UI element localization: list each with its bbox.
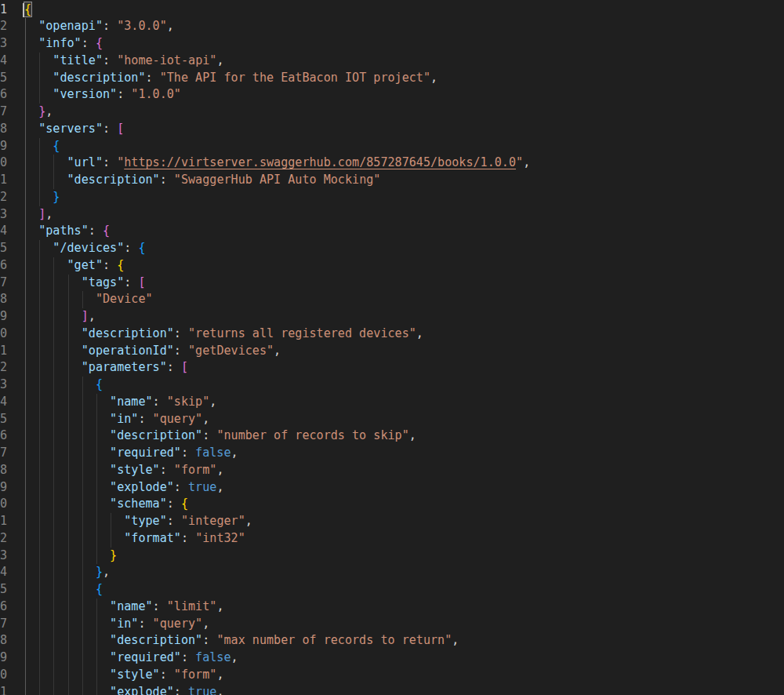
token-ws bbox=[24, 36, 38, 50]
line-number: 7 bbox=[0, 104, 7, 121]
code-line[interactable]: 14 "paths": { bbox=[0, 223, 784, 240]
code-line[interactable]: 28 "style": "form", bbox=[0, 462, 784, 479]
code-line[interactable]: 8 "servers": [ bbox=[0, 121, 784, 138]
indent-guide bbox=[82, 445, 83, 462]
code-line[interactable]: 3 "info": { bbox=[0, 35, 784, 53]
indent-guide bbox=[39, 496, 40, 513]
token-b2: [ bbox=[138, 275, 145, 289]
code-line[interactable]: 40 "style": "form", bbox=[0, 667, 784, 684]
code-line[interactable]: 6 "version": "1.0.0" bbox=[0, 86, 784, 104]
token-key: "in" bbox=[110, 412, 138, 426]
indent-guide bbox=[53, 359, 54, 377]
code-line[interactable]: 31 "type": "integer", bbox=[0, 513, 784, 530]
token-key: "required" bbox=[110, 446, 181, 460]
token-ws bbox=[24, 139, 53, 153]
link-text[interactable]: https://virtserver.swaggerhub.com/857287… bbox=[124, 155, 516, 169]
code-line[interactable]: 18 "Device" bbox=[0, 291, 784, 308]
token-ws bbox=[24, 87, 53, 101]
code-line[interactable]: 17 "tags": [ bbox=[0, 275, 784, 292]
code-line[interactable]: 41 "explode": true, bbox=[0, 684, 784, 695]
token-punc: , bbox=[216, 685, 223, 695]
indent-guide bbox=[39, 70, 40, 87]
indent-guide bbox=[39, 632, 40, 650]
code-line[interactable]: 33 } bbox=[0, 548, 784, 565]
indent-guide bbox=[96, 513, 97, 530]
indent-guide bbox=[25, 650, 26, 667]
token-punc: : bbox=[160, 668, 174, 682]
code-line[interactable]: 27 "required": false, bbox=[0, 445, 784, 462]
line-number: 20 bbox=[0, 326, 7, 343]
code-line[interactable]: 13 ], bbox=[0, 206, 784, 224]
line-number: 36 bbox=[0, 599, 7, 616]
indent-guide bbox=[53, 548, 54, 565]
code-line[interactable]: 9 { bbox=[0, 138, 784, 155]
token-punc: , bbox=[430, 71, 437, 85]
indent-guide bbox=[39, 138, 40, 155]
code-line[interactable]: 19 ], bbox=[0, 308, 784, 326]
indent-guide bbox=[39, 308, 40, 326]
token-ws bbox=[24, 275, 82, 289]
indent-guide bbox=[53, 428, 54, 445]
token-punc: : bbox=[146, 71, 160, 85]
code-line[interactable]: 15 "/devices": { bbox=[0, 240, 784, 257]
token-ws bbox=[24, 258, 67, 272]
code-line[interactable]: 24 "name": "skip", bbox=[0, 394, 784, 411]
indent-guide bbox=[25, 240, 26, 257]
code-line[interactable]: 21 "operationId": "getDevices", bbox=[0, 343, 784, 360]
code-line[interactable]: 37 "in": "query", bbox=[0, 616, 784, 633]
indent-guide bbox=[53, 155, 54, 172]
code-line[interactable]: 39 "required": false, bbox=[0, 650, 784, 667]
token-punc: : bbox=[89, 224, 103, 238]
token-str: "form" bbox=[174, 463, 217, 477]
code-line[interactable]: 10 "url": "https://virtserver.swaggerhub… bbox=[0, 155, 784, 172]
indent-guide bbox=[96, 428, 97, 445]
code-editor[interactable]: 1{2 "openapi": "3.0.0",3 "info": {4 "tit… bbox=[0, 0, 784, 695]
token-punc: : bbox=[124, 241, 138, 255]
token-punc: : bbox=[174, 480, 188, 494]
code-line[interactable]: 30 "schema": { bbox=[0, 496, 784, 513]
token-punc: , bbox=[523, 155, 530, 169]
line-number: 26 bbox=[0, 428, 7, 445]
indent-guide bbox=[25, 632, 26, 650]
code-line[interactable]: 34 }, bbox=[0, 564, 784, 581]
code-line[interactable]: 16 "get": { bbox=[0, 257, 784, 275]
indent-guide bbox=[82, 428, 83, 445]
code-line[interactable]: 36 "name": "limit", bbox=[0, 599, 784, 616]
indent-guide bbox=[82, 411, 83, 428]
code-line[interactable]: 25 "in": "query", bbox=[0, 411, 784, 428]
code-line[interactable]: 22 "parameters": [ bbox=[0, 359, 784, 377]
token-key: "parameters" bbox=[82, 360, 167, 374]
indent-guide bbox=[68, 548, 69, 565]
code-line[interactable]: 5 "description": "The API for the EatBac… bbox=[0, 70, 784, 87]
code-text: } bbox=[24, 548, 784, 565]
code-line[interactable]: 26 "description": "number of records to … bbox=[0, 428, 784, 445]
token-b2: } bbox=[38, 104, 45, 118]
indent-guide bbox=[68, 530, 69, 548]
code-line[interactable]: 11 "description": "SwaggerHub API Auto M… bbox=[0, 172, 784, 189]
code-line[interactable]: 32 "format": "int32" bbox=[0, 530, 784, 548]
code-text: "get": { bbox=[24, 257, 784, 275]
code-line[interactable]: 2 "openapi": "3.0.0", bbox=[0, 18, 784, 35]
token-str: "returns all registered devices" bbox=[188, 326, 416, 340]
token-punc: : bbox=[103, 155, 117, 169]
code-line[interactable]: 7 }, bbox=[0, 104, 784, 121]
code-line[interactable]: 29 "explode": true, bbox=[0, 479, 784, 497]
line-number: 39 bbox=[0, 650, 7, 667]
code-line[interactable]: 12 } bbox=[0, 189, 784, 206]
code-line[interactable]: 35 { bbox=[0, 581, 784, 599]
line-number: 1 bbox=[0, 2, 7, 19]
code-line[interactable]: 38 "description": "max number of records… bbox=[0, 632, 784, 650]
code-line[interactable]: 4 "title": "home-iot-api", bbox=[0, 53, 784, 70]
token-punc: : bbox=[82, 36, 96, 50]
code-line[interactable]: 23 { bbox=[0, 377, 784, 394]
code-line[interactable]: 20 "description": "returns all registere… bbox=[0, 326, 784, 343]
indent-guide bbox=[68, 291, 69, 308]
token-b1: } bbox=[110, 548, 117, 562]
indent-guide bbox=[39, 684, 40, 695]
indent-guide bbox=[25, 496, 26, 513]
indent-guide bbox=[68, 275, 69, 292]
code-line[interactable]: 1{ bbox=[0, 2, 784, 19]
token-punc: , bbox=[202, 412, 209, 426]
indent-guide bbox=[82, 599, 83, 616]
token-b2: ] bbox=[82, 309, 89, 323]
